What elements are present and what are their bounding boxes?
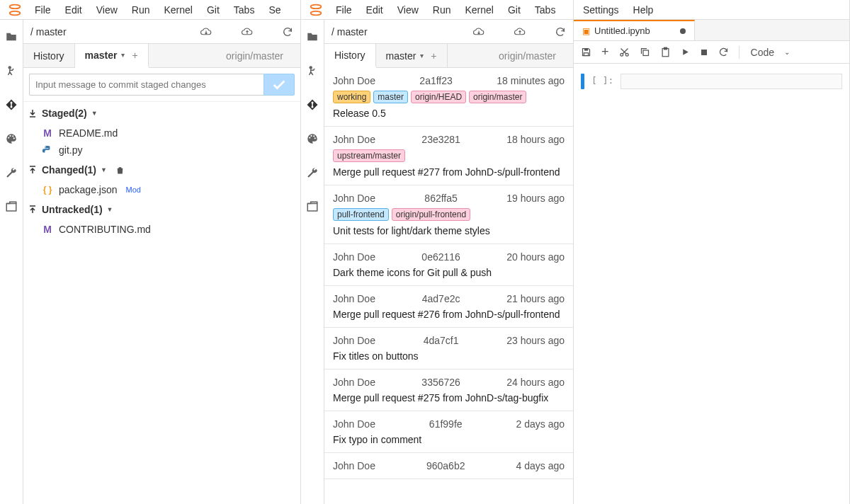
file-row-package[interactable]: { } package.json Mod bbox=[23, 181, 300, 198]
svg-rect-29 bbox=[664, 47, 667, 50]
json-file-icon: { } bbox=[42, 185, 53, 195]
commit-author: John Doe bbox=[333, 418, 375, 430]
menu-git[interactable]: Git bbox=[502, 2, 527, 18]
menu-view[interactable]: View bbox=[90, 2, 124, 18]
commit-item[interactable]: John Doe61f99fe2 days agoFix typo in com… bbox=[324, 411, 573, 453]
commit-message-input[interactable] bbox=[29, 74, 264, 96]
menu-help[interactable]: Help bbox=[627, 2, 660, 18]
chevron-down-icon[interactable]: ▾ bbox=[121, 51, 125, 59]
git-icon[interactable] bbox=[4, 98, 18, 112]
menu-file[interactable]: File bbox=[28, 2, 57, 18]
menubar-pane2: File Edit View Run Kernel Git Tabs bbox=[301, 0, 573, 20]
commit-button[interactable] bbox=[264, 74, 295, 96]
commit-author: John Doe bbox=[333, 293, 375, 304]
menu-settings[interactable]: Se bbox=[262, 2, 287, 18]
save-icon[interactable] bbox=[581, 47, 591, 57]
menu-git[interactable]: Git bbox=[200, 2, 226, 18]
menu-tabs[interactable]: Tabs bbox=[528, 2, 562, 18]
code-cell-input[interactable] bbox=[620, 74, 842, 89]
new-branch-icon[interactable]: + bbox=[132, 50, 137, 61]
commit-message: Unit tests for light/dark theme styles bbox=[333, 225, 565, 236]
current-branch-label: master bbox=[85, 50, 118, 61]
markdown-file-icon: M bbox=[42, 224, 53, 235]
running-icon[interactable] bbox=[4, 64, 18, 78]
commit-time: 21 hours ago bbox=[506, 293, 565, 304]
file-row-contrib[interactable]: M CONTRIBUTING.md bbox=[23, 221, 300, 238]
section-changed[interactable]: Changed(1) ▼ bbox=[23, 159, 300, 181]
jupyter-logo-icon bbox=[7, 2, 23, 18]
cloud-push-icon[interactable] bbox=[241, 27, 254, 37]
commit-item[interactable]: John Doe0e6211620 hours agoDark theme ic… bbox=[324, 244, 573, 286]
menu-run[interactable]: Run bbox=[125, 2, 157, 18]
cloud-pull-icon[interactable] bbox=[200, 27, 212, 37]
new-branch-icon[interactable]: + bbox=[431, 50, 436, 62]
commit-message: Merge pull request #276 from JohnD-s/pul… bbox=[333, 309, 565, 320]
svg-point-9 bbox=[13, 137, 15, 139]
palette-icon[interactable] bbox=[305, 132, 319, 146]
running-icon[interactable] bbox=[305, 64, 319, 78]
menu-tabs[interactable]: Tabs bbox=[227, 2, 261, 18]
file-tab-untitled[interactable]: ▣ Untitled.ipynb bbox=[574, 20, 695, 40]
run-cell-icon[interactable] bbox=[681, 47, 690, 57]
add-cell-icon[interactable]: + bbox=[601, 45, 609, 59]
menu-kernel[interactable]: Kernel bbox=[157, 2, 198, 18]
restart-kernel-icon[interactable] bbox=[718, 47, 729, 57]
svg-point-12 bbox=[311, 4, 322, 8]
folder-icon[interactable] bbox=[4, 30, 18, 44]
commit-time: 4 days ago bbox=[516, 460, 565, 471]
tab-current-branch[interactable]: master ▾ + bbox=[376, 44, 448, 67]
notebook-cell[interactable]: [ ]: bbox=[574, 64, 849, 99]
tab-history[interactable]: History bbox=[23, 44, 75, 67]
cloud-pull-icon[interactable] bbox=[472, 27, 485, 37]
palette-icon[interactable] bbox=[4, 132, 18, 146]
svg-point-6 bbox=[8, 137, 9, 138]
section-staged[interactable]: Staged(2) ▼ bbox=[23, 102, 300, 125]
commit-item[interactable]: John Doe23e328118 hours agoupstream/mast… bbox=[324, 127, 573, 185]
commit-item[interactable]: John Doe4ad7e2c21 hours agoMerge pull re… bbox=[324, 286, 573, 328]
menu-kernel[interactable]: Kernel bbox=[458, 2, 499, 18]
commit-item[interactable]: John Doe862ffa519 hours agopull-frontend… bbox=[324, 185, 573, 244]
menu-settings[interactable]: Settings bbox=[577, 2, 625, 18]
caret-down-icon: ▼ bbox=[107, 206, 113, 213]
menu-edit[interactable]: Edit bbox=[59, 2, 89, 18]
menu-file[interactable]: File bbox=[329, 2, 358, 18]
commit-item[interactable]: John Doe960a6b24 days ago bbox=[324, 453, 573, 479]
commit-item[interactable]: John Doe4da7cf123 hours agoFix titles on… bbox=[324, 328, 573, 370]
svg-point-1 bbox=[10, 11, 21, 15]
commit-item[interactable]: John Doe335672624 hours agoMerge pull re… bbox=[324, 370, 573, 411]
stop-icon[interactable] bbox=[700, 48, 708, 57]
repo-path: / master bbox=[332, 26, 368, 38]
file-row-gitpy[interactable]: git.py bbox=[23, 142, 300, 159]
svg-point-13 bbox=[311, 11, 322, 15]
tab-current-branch[interactable]: master ▾ + bbox=[75, 44, 149, 68]
git-tabs: History master ▾ + origin/master bbox=[324, 44, 573, 68]
tab-remote-branch[interactable]: origin/master bbox=[489, 44, 566, 67]
commit-message: Release 0.5 bbox=[333, 108, 565, 119]
file-row-readme[interactable]: M README.md bbox=[23, 125, 300, 142]
svg-rect-27 bbox=[643, 50, 649, 56]
refresh-icon[interactable] bbox=[555, 26, 566, 38]
commit-item[interactable]: John Doe2a1ff2318 minutes agoworkingmast… bbox=[324, 68, 573, 127]
git-icon[interactable] bbox=[305, 98, 319, 112]
menu-run[interactable]: Run bbox=[426, 2, 458, 18]
chevron-down-icon[interactable]: ▾ bbox=[420, 52, 424, 59]
commit-hash: 4da7cf1 bbox=[375, 335, 506, 346]
cell-type-select[interactable]: Code ⌄ bbox=[751, 47, 790, 58]
tab-history[interactable]: History bbox=[324, 44, 376, 68]
section-untracked[interactable]: Untracked(1) ▼ bbox=[23, 198, 300, 221]
folder-icon[interactable] bbox=[305, 30, 319, 44]
file-name: README.md bbox=[59, 127, 118, 139]
tab-remote-branch[interactable]: origin/master bbox=[216, 44, 293, 67]
tabs-icon[interactable] bbox=[305, 200, 319, 214]
paste-icon[interactable] bbox=[660, 47, 671, 57]
menu-view[interactable]: View bbox=[391, 2, 425, 18]
cloud-push-icon[interactable] bbox=[514, 27, 526, 37]
discard-changes-icon[interactable] bbox=[115, 166, 125, 175]
wrench-icon[interactable] bbox=[4, 166, 18, 180]
wrench-icon[interactable] bbox=[305, 166, 319, 180]
refresh-icon[interactable] bbox=[282, 26, 293, 38]
cut-icon[interactable] bbox=[619, 47, 630, 57]
tabs-icon[interactable] bbox=[4, 200, 18, 214]
menu-edit[interactable]: Edit bbox=[360, 2, 390, 18]
copy-icon[interactable] bbox=[640, 47, 650, 57]
